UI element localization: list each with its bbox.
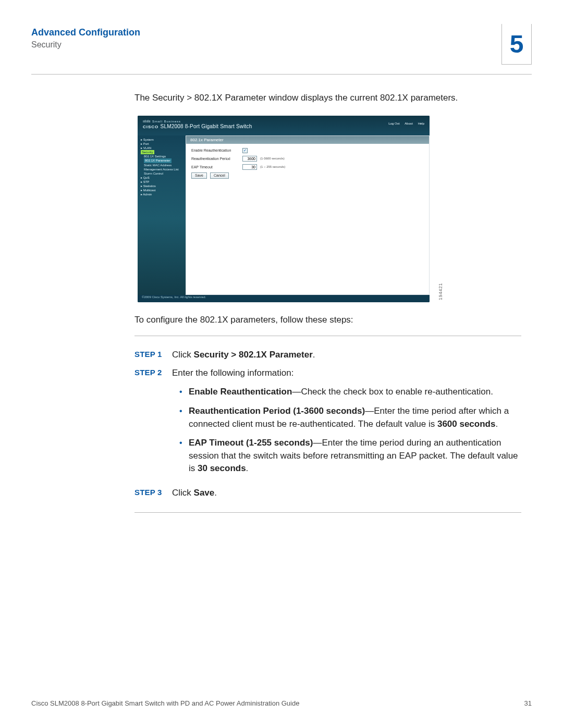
enable-reauth-label: Enable Reauthentication bbox=[191, 149, 239, 152]
logout-link[interactable]: Log Out bbox=[388, 122, 399, 125]
bullet-reauth-period: Reauthentication Period (1-3600 seconds)… bbox=[172, 405, 521, 430]
cisco-logo: ıılıılıı Small Business CISCO SLM2008 8-… bbox=[143, 119, 252, 135]
sidebar-item-qos[interactable]: ▸ QoS bbox=[141, 176, 186, 180]
step-1-label: STEP 1 bbox=[134, 349, 172, 362]
sidebar-item-static-mac[interactable]: Static MAC Address bbox=[144, 163, 186, 167]
step-3-label: STEP 3 bbox=[134, 487, 172, 500]
footer-doc-title: Cisco SLM2008 8-Port Gigabit Smart Switc… bbox=[31, 699, 299, 707]
step-3-body: Click Save. bbox=[172, 487, 521, 500]
section-subtitle: Security bbox=[31, 40, 140, 50]
eap-timeout-hint: (1 ~ 255 seconds) bbox=[260, 165, 285, 168]
sidebar-item-stp[interactable]: ▸ STP bbox=[141, 180, 186, 184]
step-2-body: Enter the following information: Enable … bbox=[172, 367, 521, 482]
about-link[interactable]: About bbox=[405, 122, 413, 125]
steps-block: STEP 1 Click Security > 802.1X Parameter… bbox=[134, 336, 521, 513]
sidebar-item-statistics[interactable]: ▸ Statistics bbox=[141, 184, 186, 188]
sidebar-item-system[interactable]: ▸ System bbox=[141, 138, 186, 142]
screenshot-footer: ©2009 Cisco Systems, Inc. All rights res… bbox=[138, 295, 430, 302]
intro-paragraph: The Security > 802.1X Parameter window d… bbox=[134, 92, 521, 104]
sidebar-item-storm-control[interactable]: Storm Control bbox=[144, 171, 186, 176]
reauth-period-hint: (1-3600 seconds) bbox=[260, 157, 285, 160]
bullet-eap-timeout: EAP Timeout (1-255 seconds)—Enter the ti… bbox=[172, 437, 521, 475]
sidebar-item-admin[interactable]: ▸ Admin bbox=[141, 192, 186, 196]
reauth-period-label: Reauthentication Period bbox=[191, 157, 239, 161]
enable-reauth-checkbox[interactable]: ✓ bbox=[242, 148, 248, 153]
sidebar-item-mgmt-acl[interactable]: Management Access List bbox=[144, 167, 186, 171]
section-title: Advanced Configuration bbox=[31, 27, 140, 38]
sidebar: ▸ System ▸ Port ▸ VLAN Security 802.1X S… bbox=[138, 135, 186, 295]
cancel-button[interactable]: Cancel bbox=[210, 172, 229, 179]
bullet-enable-reauth: Enable Reauthentication—Check the check … bbox=[172, 386, 521, 399]
step-1-body: Click Security > 802.1X Parameter. bbox=[172, 349, 521, 362]
sidebar-item-port[interactable]: ▸ Port bbox=[141, 142, 186, 146]
step-2-label: STEP 2 bbox=[134, 367, 172, 482]
lead-paragraph: To configure the 802.1X parameters, foll… bbox=[134, 315, 521, 325]
save-button[interactable]: Save bbox=[191, 172, 207, 179]
sidebar-item-8021x-parameter[interactable]: 802.1X Parameter bbox=[144, 158, 172, 163]
header-divider bbox=[31, 74, 532, 75]
chapter-number: 5 bbox=[510, 30, 524, 58]
sidebar-item-security[interactable]: Security bbox=[141, 150, 154, 154]
help-link[interactable]: Help bbox=[418, 122, 424, 125]
eap-timeout-input[interactable] bbox=[242, 164, 257, 170]
sidebar-item-8021x-settings[interactable]: 802.1X Settings bbox=[144, 154, 186, 158]
eap-timeout-label: EAP Timeout bbox=[191, 165, 239, 169]
panel-title: 802.1x Parameter bbox=[186, 136, 429, 144]
reauth-period-input[interactable] bbox=[242, 156, 257, 162]
sidebar-item-vlan[interactable]: ▸ VLAN bbox=[141, 146, 186, 150]
footer-page-number: 31 bbox=[524, 699, 532, 707]
embedded-screenshot: ıılıılıı Small Business CISCO SLM2008 8-… bbox=[138, 116, 436, 302]
chapter-badge: 5 bbox=[501, 24, 532, 65]
sidebar-item-multicast[interactable]: ▸ Multicast bbox=[141, 188, 186, 192]
figure-id: 194421 bbox=[438, 283, 443, 300]
